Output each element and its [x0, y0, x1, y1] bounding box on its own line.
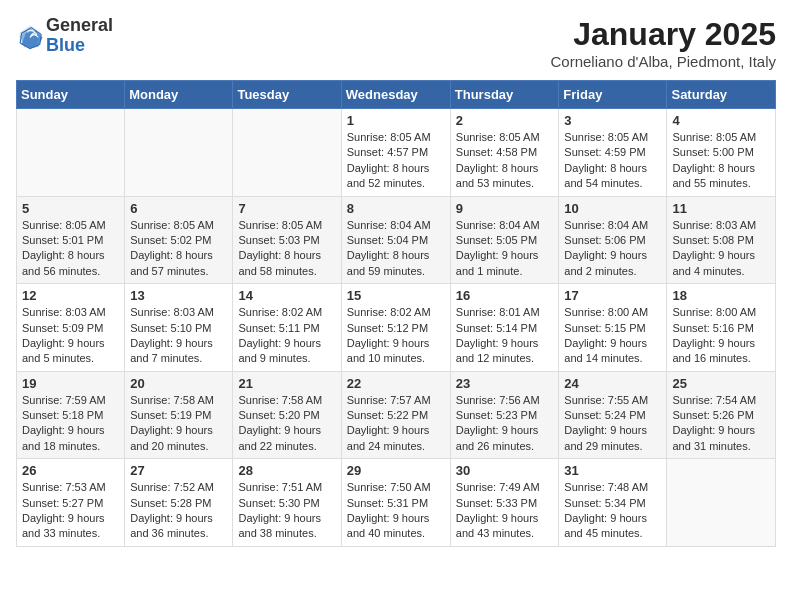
logo-general: General [46, 16, 113, 36]
day-number: 27 [130, 463, 227, 478]
calendar-cell: 24Sunrise: 7:55 AMSunset: 5:24 PMDayligh… [559, 371, 667, 459]
day-number: 5 [22, 201, 119, 216]
logo-icon [16, 22, 44, 50]
calendar-cell: 19Sunrise: 7:59 AMSunset: 5:18 PMDayligh… [17, 371, 125, 459]
calendar-cell: 11Sunrise: 8:03 AMSunset: 5:08 PMDayligh… [667, 196, 776, 284]
weekday-header-row: SundayMondayTuesdayWednesdayThursdayFrid… [17, 81, 776, 109]
day-info: Sunrise: 8:01 AMSunset: 5:14 PMDaylight:… [456, 305, 554, 367]
calendar-week-5: 26Sunrise: 7:53 AMSunset: 5:27 PMDayligh… [17, 459, 776, 547]
calendar-cell: 6Sunrise: 8:05 AMSunset: 5:02 PMDaylight… [125, 196, 233, 284]
day-number: 15 [347, 288, 445, 303]
weekday-header-tuesday: Tuesday [233, 81, 341, 109]
calendar-cell: 7Sunrise: 8:05 AMSunset: 5:03 PMDaylight… [233, 196, 341, 284]
calendar-cell: 26Sunrise: 7:53 AMSunset: 5:27 PMDayligh… [17, 459, 125, 547]
day-info: Sunrise: 8:05 AMSunset: 5:02 PMDaylight:… [130, 218, 227, 280]
day-number: 19 [22, 376, 119, 391]
day-info: Sunrise: 7:55 AMSunset: 5:24 PMDaylight:… [564, 393, 661, 455]
day-number: 10 [564, 201, 661, 216]
day-number: 4 [672, 113, 770, 128]
logo-blue: Blue [46, 36, 113, 56]
calendar-cell: 28Sunrise: 7:51 AMSunset: 5:30 PMDayligh… [233, 459, 341, 547]
day-info: Sunrise: 7:59 AMSunset: 5:18 PMDaylight:… [22, 393, 119, 455]
day-info: Sunrise: 8:05 AMSunset: 4:57 PMDaylight:… [347, 130, 445, 192]
calendar-cell [125, 109, 233, 197]
day-info: Sunrise: 8:05 AMSunset: 4:58 PMDaylight:… [456, 130, 554, 192]
day-info: Sunrise: 7:52 AMSunset: 5:28 PMDaylight:… [130, 480, 227, 542]
weekday-header-saturday: Saturday [667, 81, 776, 109]
calendar-week-3: 12Sunrise: 8:03 AMSunset: 5:09 PMDayligh… [17, 284, 776, 372]
calendar-cell: 13Sunrise: 8:03 AMSunset: 5:10 PMDayligh… [125, 284, 233, 372]
day-number: 12 [22, 288, 119, 303]
day-info: Sunrise: 8:04 AMSunset: 5:05 PMDaylight:… [456, 218, 554, 280]
calendar-cell: 15Sunrise: 8:02 AMSunset: 5:12 PMDayligh… [341, 284, 450, 372]
calendar-cell: 8Sunrise: 8:04 AMSunset: 5:04 PMDaylight… [341, 196, 450, 284]
day-info: Sunrise: 7:50 AMSunset: 5:31 PMDaylight:… [347, 480, 445, 542]
day-info: Sunrise: 7:51 AMSunset: 5:30 PMDaylight:… [238, 480, 335, 542]
logo: General Blue [16, 16, 113, 56]
calendar-cell: 21Sunrise: 7:58 AMSunset: 5:20 PMDayligh… [233, 371, 341, 459]
day-number: 28 [238, 463, 335, 478]
day-number: 6 [130, 201, 227, 216]
day-number: 14 [238, 288, 335, 303]
day-number: 26 [22, 463, 119, 478]
calendar-cell: 5Sunrise: 8:05 AMSunset: 5:01 PMDaylight… [17, 196, 125, 284]
day-number: 31 [564, 463, 661, 478]
calendar-body: 1Sunrise: 8:05 AMSunset: 4:57 PMDaylight… [17, 109, 776, 547]
day-info: Sunrise: 8:00 AMSunset: 5:15 PMDaylight:… [564, 305, 661, 367]
logo-text: General Blue [46, 16, 113, 56]
day-info: Sunrise: 8:05 AMSunset: 5:03 PMDaylight:… [238, 218, 335, 280]
calendar-header: SundayMondayTuesdayWednesdayThursdayFrid… [17, 81, 776, 109]
day-number: 23 [456, 376, 554, 391]
day-number: 11 [672, 201, 770, 216]
calendar-cell [667, 459, 776, 547]
day-number: 3 [564, 113, 661, 128]
day-number: 16 [456, 288, 554, 303]
day-number: 9 [456, 201, 554, 216]
title-block: January 2025 Corneliano d'Alba, Piedmont… [551, 16, 777, 70]
calendar-subtitle: Corneliano d'Alba, Piedmont, Italy [551, 53, 777, 70]
calendar-cell: 25Sunrise: 7:54 AMSunset: 5:26 PMDayligh… [667, 371, 776, 459]
day-number: 20 [130, 376, 227, 391]
calendar-cell: 3Sunrise: 8:05 AMSunset: 4:59 PMDaylight… [559, 109, 667, 197]
day-info: Sunrise: 7:56 AMSunset: 5:23 PMDaylight:… [456, 393, 554, 455]
day-info: Sunrise: 8:00 AMSunset: 5:16 PMDaylight:… [672, 305, 770, 367]
day-number: 30 [456, 463, 554, 478]
day-info: Sunrise: 7:53 AMSunset: 5:27 PMDaylight:… [22, 480, 119, 542]
calendar-cell: 10Sunrise: 8:04 AMSunset: 5:06 PMDayligh… [559, 196, 667, 284]
day-number: 29 [347, 463, 445, 478]
calendar-cell: 30Sunrise: 7:49 AMSunset: 5:33 PMDayligh… [450, 459, 559, 547]
day-info: Sunrise: 8:03 AMSunset: 5:10 PMDaylight:… [130, 305, 227, 367]
day-number: 7 [238, 201, 335, 216]
page-header: General Blue January 2025 Corneliano d'A… [16, 16, 776, 70]
day-info: Sunrise: 7:49 AMSunset: 5:33 PMDaylight:… [456, 480, 554, 542]
calendar-cell [233, 109, 341, 197]
calendar-cell: 2Sunrise: 8:05 AMSunset: 4:58 PMDaylight… [450, 109, 559, 197]
calendar-cell: 31Sunrise: 7:48 AMSunset: 5:34 PMDayligh… [559, 459, 667, 547]
day-info: Sunrise: 8:03 AMSunset: 5:08 PMDaylight:… [672, 218, 770, 280]
day-number: 8 [347, 201, 445, 216]
day-info: Sunrise: 8:02 AMSunset: 5:11 PMDaylight:… [238, 305, 335, 367]
calendar-table: SundayMondayTuesdayWednesdayThursdayFrid… [16, 80, 776, 547]
day-info: Sunrise: 7:57 AMSunset: 5:22 PMDaylight:… [347, 393, 445, 455]
day-number: 21 [238, 376, 335, 391]
day-number: 18 [672, 288, 770, 303]
calendar-week-4: 19Sunrise: 7:59 AMSunset: 5:18 PMDayligh… [17, 371, 776, 459]
calendar-cell: 27Sunrise: 7:52 AMSunset: 5:28 PMDayligh… [125, 459, 233, 547]
calendar-cell: 18Sunrise: 8:00 AMSunset: 5:16 PMDayligh… [667, 284, 776, 372]
weekday-header-friday: Friday [559, 81, 667, 109]
calendar-cell: 12Sunrise: 8:03 AMSunset: 5:09 PMDayligh… [17, 284, 125, 372]
calendar-week-1: 1Sunrise: 8:05 AMSunset: 4:57 PMDaylight… [17, 109, 776, 197]
calendar-cell: 9Sunrise: 8:04 AMSunset: 5:05 PMDaylight… [450, 196, 559, 284]
calendar-week-2: 5Sunrise: 8:05 AMSunset: 5:01 PMDaylight… [17, 196, 776, 284]
day-number: 22 [347, 376, 445, 391]
day-number: 25 [672, 376, 770, 391]
weekday-header-thursday: Thursday [450, 81, 559, 109]
day-info: Sunrise: 7:54 AMSunset: 5:26 PMDaylight:… [672, 393, 770, 455]
day-number: 13 [130, 288, 227, 303]
calendar-cell: 23Sunrise: 7:56 AMSunset: 5:23 PMDayligh… [450, 371, 559, 459]
day-info: Sunrise: 8:02 AMSunset: 5:12 PMDaylight:… [347, 305, 445, 367]
day-number: 2 [456, 113, 554, 128]
day-info: Sunrise: 7:48 AMSunset: 5:34 PMDaylight:… [564, 480, 661, 542]
day-number: 17 [564, 288, 661, 303]
weekday-header-wednesday: Wednesday [341, 81, 450, 109]
